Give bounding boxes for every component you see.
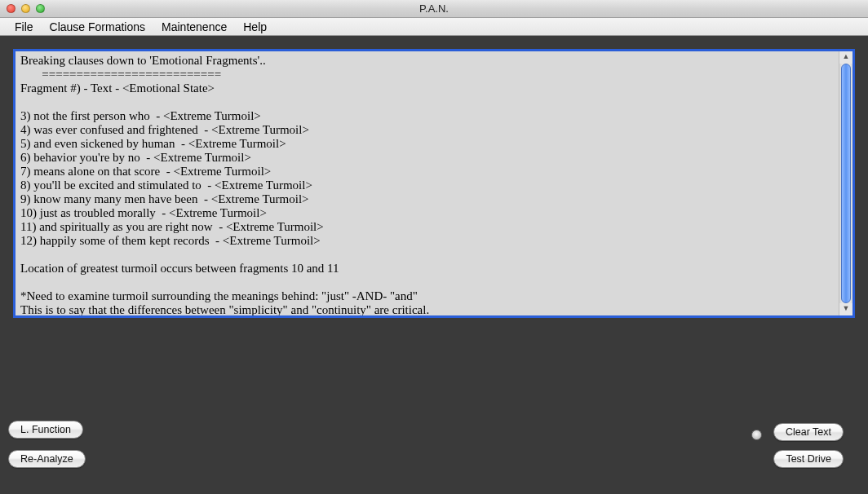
minimize-window-button[interactable] (21, 4, 30, 13)
scroll-track[interactable] (839, 64, 852, 303)
close-window-button[interactable] (7, 4, 16, 13)
output-line: 8) you'll be excited and stimulated to -… (20, 179, 312, 192)
output-line: 6) behavior you're by no - <Extreme Turm… (20, 151, 251, 164)
window-title: P.A.N. (0, 2, 868, 15)
content-area: Breaking clauses down to 'Emotional Frag… (0, 36, 868, 318)
output-line: 12) happily some of them kept records - … (20, 234, 321, 247)
re-analyze-button[interactable]: Re-Analyze (8, 450, 86, 468)
output-line: 11) and spiritually as you are right now… (20, 220, 324, 233)
test-drive-button[interactable]: Test Drive (773, 450, 844, 468)
output-line: 9) know many many men have been - <Extre… (20, 192, 309, 205)
scroll-thumb[interactable] (841, 64, 851, 303)
status-indicator-icon (751, 430, 762, 440)
output-line: Breaking clauses down to 'Emotional Frag… (20, 54, 266, 67)
output-line: ========================== (20, 68, 221, 81)
output-line: 7) means alone on that score - <Extreme … (20, 165, 271, 178)
output-line: 5) and even sickened by human - <Extreme… (20, 137, 286, 150)
output-text-frame: Breaking clauses down to 'Emotional Frag… (13, 49, 855, 318)
menu-file[interactable]: File (7, 18, 42, 36)
output-line: This is to say that the differences betw… (20, 303, 429, 315)
menu-clause-formations[interactable]: Clause Formations (42, 18, 154, 36)
output-line: *Need to examine turmoil surrounding the… (20, 289, 418, 302)
window-titlebar: P.A.N. (0, 0, 868, 18)
buttons-area: L. Function Re-Analyze Clear Text Test D… (8, 421, 860, 478)
l-function-button[interactable]: L. Function (8, 421, 83, 439)
output-text-view[interactable]: Breaking clauses down to 'Emotional Frag… (16, 51, 839, 315)
output-line: Location of greatest turmoil occurs betw… (20, 262, 339, 275)
output-line: Fragment #) - Text - <Emotional State> (20, 82, 215, 95)
vertical-scrollbar[interactable]: ▲ ▼ (839, 51, 852, 315)
menu-maintenence[interactable]: Maintenence (153, 18, 235, 36)
menu-help[interactable]: Help (235, 18, 275, 36)
menubar: File Clause Formations Maintenence Help (0, 18, 868, 36)
clear-text-button[interactable]: Clear Text (773, 423, 844, 441)
traffic-lights (0, 4, 45, 13)
output-line: 10) just as troubled morally - <Extreme … (20, 206, 267, 219)
output-line: 4) was ever confused and frightened - <E… (20, 123, 309, 136)
scroll-down-button[interactable]: ▼ (839, 303, 852, 315)
output-line: 3) not the first person who - <Extreme T… (20, 109, 261, 122)
scroll-up-button[interactable]: ▲ (839, 51, 852, 64)
zoom-window-button[interactable] (36, 4, 45, 13)
